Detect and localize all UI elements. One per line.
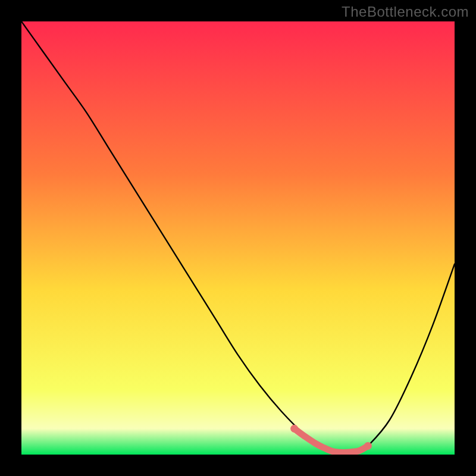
gradient-background [21,21,455,455]
optimal-range-start-dot [290,425,298,433]
watermark-text: TheBottleneck.com [342,4,469,20]
chart-frame: TheBottleneck.com [0,0,476,476]
chart-svg [21,21,455,455]
plot-area [21,21,455,455]
optimal-range-end-dot [364,442,372,450]
